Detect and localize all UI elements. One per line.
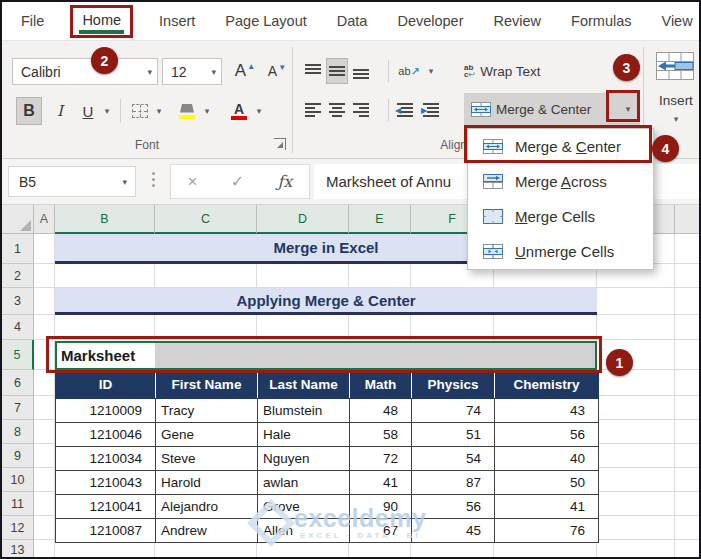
bold-button[interactable]: B: [16, 97, 42, 125]
grid-cell[interactable]: [34, 370, 55, 396]
font-dialog-launcher-icon[interactable]: [274, 138, 286, 150]
grid-cell[interactable]: [257, 264, 349, 288]
table-cell[interactable]: Tracy: [156, 399, 258, 423]
column-header-9[interactable]: [675, 205, 701, 234]
insert-function-icon[interactable]: ƒx: [277, 172, 292, 191]
table-cell[interactable]: 41: [350, 471, 412, 495]
grid-cell[interactable]: [34, 420, 55, 444]
grid-cell[interactable]: [34, 288, 55, 315]
fill-color-dropdown-arrow[interactable]: ▾: [200, 97, 214, 125]
grid-cell[interactable]: [34, 540, 55, 559]
grid-cell[interactable]: [34, 468, 55, 492]
grid-cell[interactable]: [34, 444, 55, 468]
insert-cells-button[interactable]: [654, 49, 696, 83]
grid-cell[interactable]: [155, 315, 257, 340]
select-all-corner[interactable]: [2, 205, 34, 234]
align-middle-button[interactable]: [326, 58, 348, 84]
table-cell[interactable]: 56: [412, 495, 495, 519]
align-center-button[interactable]: [326, 97, 348, 123]
tab-insert[interactable]: Insert: [159, 13, 195, 29]
grid-cell[interactable]: [675, 492, 701, 516]
table-cell[interactable]: Nguyen: [258, 447, 350, 471]
insert-dropdown-arrow[interactable]: ▾: [648, 111, 701, 125]
align-bottom-button[interactable]: [350, 58, 372, 84]
grid-cell[interactable]: [675, 340, 701, 370]
grid-cell[interactable]: [597, 444, 675, 468]
table-cell[interactable]: 40: [495, 447, 599, 471]
font-color-button[interactable]: A: [226, 97, 252, 125]
grid-cell[interactable]: [675, 420, 701, 444]
table-cell[interactable]: 74: [412, 399, 495, 423]
formula-bar-grip[interactable]: [152, 172, 155, 187]
table-cell[interactable]: 1210041: [56, 495, 156, 519]
decrease-font-size-button[interactable]: A▼: [262, 56, 292, 86]
table-header-cell[interactable]: Math: [350, 371, 412, 399]
grid-cell[interactable]: [675, 468, 701, 492]
menu-item-merge-across[interactable]: Merge Across: [468, 164, 653, 199]
row-header-10[interactable]: 10: [2, 468, 34, 492]
table-cell[interactable]: 56: [495, 423, 599, 447]
table-cell[interactable]: Gene: [156, 423, 258, 447]
table-cell[interactable]: 48: [350, 399, 412, 423]
column-header-B[interactable]: B: [55, 205, 155, 234]
grid-cell[interactable]: [411, 315, 494, 340]
grid-cell[interactable]: [675, 315, 701, 340]
increase-font-size-button[interactable]: A▲: [230, 56, 260, 86]
selected-range-b5-g5[interactable]: Marksheet: [55, 341, 597, 370]
table-cell[interactable]: 72: [350, 447, 412, 471]
align-right-button[interactable]: [350, 97, 372, 123]
borders-button[interactable]: [128, 97, 152, 125]
table-cell[interactable]: 50: [495, 471, 599, 495]
tab-home[interactable]: Home: [82, 12, 121, 28]
grid-cell[interactable]: [349, 264, 411, 288]
grid-cell[interactable]: [675, 264, 701, 288]
row-header-7[interactable]: 7: [2, 396, 34, 420]
merged-subtitle-cell[interactable]: Applying Merge & Center: [55, 288, 597, 315]
grid-cell[interactable]: [34, 516, 55, 540]
table-cell[interactable]: Andrew: [156, 519, 258, 543]
table-cell[interactable]: awlan: [258, 471, 350, 495]
row-header-8[interactable]: 8: [2, 420, 34, 444]
name-box-dropdown-icon[interactable]: ▾: [122, 177, 127, 187]
grid-cell[interactable]: [55, 315, 155, 340]
borders-dropdown-arrow[interactable]: ▾: [152, 97, 166, 125]
row-header-1[interactable]: 1: [2, 234, 34, 264]
table-cell[interactable]: 45: [412, 519, 495, 543]
table-cell[interactable]: 41: [495, 495, 599, 519]
chevron-down-icon[interactable]: ▾: [211, 67, 216, 77]
table-cell[interactable]: 76: [495, 519, 599, 543]
grid-cell[interactable]: [155, 264, 257, 288]
tab-data[interactable]: Data: [337, 13, 368, 29]
table-cell[interactable]: 67: [350, 519, 412, 543]
grid-cell[interactable]: [34, 340, 55, 370]
table-cell[interactable]: 51: [412, 423, 495, 447]
column-header-C[interactable]: C: [155, 205, 257, 234]
increase-indent-button[interactable]: ▶: [420, 97, 442, 123]
table-cell[interactable]: 1210009: [56, 399, 156, 423]
table-cell[interactable]: Steve: [156, 447, 258, 471]
table-header-cell[interactable]: Physics: [412, 371, 495, 399]
row-header-3[interactable]: 3: [2, 288, 34, 315]
row-header-9[interactable]: 9: [2, 444, 34, 468]
table-cell[interactable]: Grove: [258, 495, 350, 519]
font-name-combo[interactable]: Calibri ▾: [12, 58, 158, 85]
table-cell[interactable]: 58: [350, 423, 412, 447]
table-cell[interactable]: Alejandro: [156, 495, 258, 519]
grid-cell[interactable]: [675, 370, 701, 396]
underline-dropdown-arrow[interactable]: ▾: [100, 97, 114, 125]
align-top-button[interactable]: [302, 58, 324, 84]
table-cell[interactable]: 1210087: [56, 519, 156, 543]
column-header-A[interactable]: A: [34, 205, 55, 234]
name-box[interactable]: B5 ▾: [8, 166, 136, 197]
tab-page-layout[interactable]: Page Layout: [225, 13, 306, 29]
table-cell[interactable]: Harold: [156, 471, 258, 495]
table-cell[interactable]: 1210046: [56, 423, 156, 447]
wrap-text-button[interactable]: abc↩ Wrap Text: [464, 56, 568, 86]
grid-cell[interactable]: [34, 492, 55, 516]
grid-cell[interactable]: [675, 516, 701, 540]
column-header-D[interactable]: D: [257, 205, 349, 234]
menu-item-unmerge-cells[interactable]: Unmerge Cells: [468, 234, 653, 269]
row-header-13[interactable]: 13: [2, 540, 34, 559]
table-cell[interactable]: 87: [412, 471, 495, 495]
table-cell[interactable]: 1210043: [56, 471, 156, 495]
